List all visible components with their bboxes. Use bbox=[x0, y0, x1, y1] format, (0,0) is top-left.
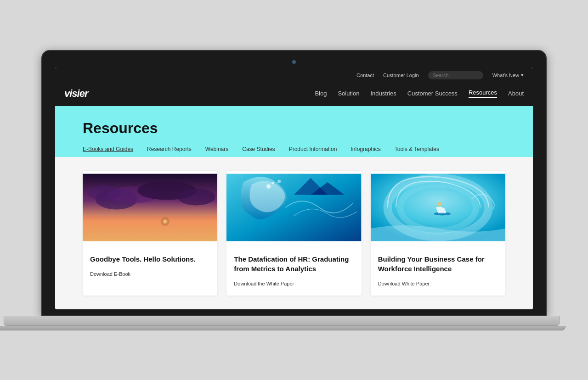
website: Contact Customer Login What's New ▾ visi… bbox=[55, 67, 533, 309]
card-2: The Datafication of HR: Graduating from … bbox=[226, 171, 361, 296]
card-3-title: Building Your Business Case for Workforc… bbox=[378, 254, 498, 274]
card-image-surfer bbox=[371, 171, 505, 244]
tab-case-studies[interactable]: Case Studies bbox=[242, 146, 275, 157]
card-image-wave bbox=[226, 171, 361, 244]
svg-point-16 bbox=[437, 202, 441, 206]
nav-blog[interactable]: Blog bbox=[315, 90, 327, 97]
resources-tabs: E-Books and Guides Research Reports Webi… bbox=[83, 146, 505, 157]
card-3-body: Building Your Business Case for Workforc… bbox=[371, 246, 505, 296]
svg-point-11 bbox=[277, 179, 281, 183]
top-bar: Contact Customer Login What's New ▾ bbox=[55, 67, 533, 83]
card-1: Goodbye Tools. Hello Solutions. Download… bbox=[83, 171, 217, 296]
customer-login-link[interactable]: Customer Login bbox=[383, 73, 419, 78]
whats-new-dropdown[interactable]: What's New ▾ bbox=[492, 72, 524, 78]
card-1-body: Goodbye Tools. Hello Solutions. Download… bbox=[83, 246, 217, 286]
card-2-link[interactable]: Download the White Paper bbox=[234, 281, 294, 286]
svg-point-10 bbox=[271, 182, 274, 184]
laptop-camera-icon bbox=[292, 60, 296, 64]
main-nav: Blog Solution Industries Customer Succes… bbox=[315, 89, 524, 98]
tab-infographics[interactable]: Infographics bbox=[351, 146, 380, 157]
card-1-link[interactable]: Download E-Book bbox=[90, 271, 130, 277]
content-area: Goodbye Tools. Hello Solutions. Download… bbox=[55, 157, 533, 309]
laptop-base bbox=[4, 316, 560, 326]
laptop-screen: Contact Customer Login What's New ▾ visi… bbox=[55, 67, 533, 309]
laptop-foot bbox=[0, 326, 565, 330]
card-2-body: The Datafication of HR: Graduating from … bbox=[226, 246, 361, 296]
svg-rect-7 bbox=[83, 216, 217, 241]
tab-tools[interactable]: Tools & Templates bbox=[395, 146, 439, 157]
nav-resources[interactable]: Resources bbox=[469, 89, 497, 98]
nav-bar: visier Blog Solution Industries Customer… bbox=[55, 83, 533, 106]
nav-customer-success[interactable]: Customer Success bbox=[407, 90, 458, 97]
card-3-link[interactable]: Download White Paper bbox=[378, 281, 430, 286]
laptop-screen-outer: Contact Customer Login What's New ▾ visi… bbox=[41, 50, 547, 316]
card-2-title: The Datafication of HR: Graduating from … bbox=[234, 254, 354, 274]
card-1-title: Goodbye Tools. Hello Solutions. bbox=[90, 254, 210, 264]
search-input[interactable] bbox=[428, 71, 483, 79]
nav-solution[interactable]: Solution bbox=[338, 90, 359, 97]
svg-point-6 bbox=[177, 188, 215, 205]
contact-link[interactable]: Contact bbox=[356, 73, 374, 78]
site-logo[interactable]: visier bbox=[64, 88, 88, 100]
nav-industries[interactable]: Industries bbox=[370, 90, 396, 97]
page-title: Resources bbox=[83, 120, 505, 137]
tab-webinars[interactable]: Webinars bbox=[205, 146, 228, 157]
cards-grid: Goodbye Tools. Hello Solutions. Download… bbox=[83, 171, 505, 296]
tab-product-info[interactable]: Product Information bbox=[289, 146, 337, 157]
svg-point-9 bbox=[266, 184, 271, 188]
svg-point-5 bbox=[87, 185, 120, 200]
card-3: Building Your Business Case for Workforc… bbox=[371, 171, 505, 296]
chevron-down-icon: ▾ bbox=[521, 72, 524, 78]
tab-ebooks[interactable]: E-Books and Guides bbox=[83, 146, 133, 157]
laptop-wrapper: Contact Customer Login What's New ▾ visi… bbox=[41, 50, 547, 330]
nav-about[interactable]: About bbox=[508, 90, 524, 97]
resources-hero: Resources E-Books and Guides Research Re… bbox=[55, 106, 533, 157]
card-image-sunset bbox=[83, 171, 217, 244]
tab-research[interactable]: Research Reports bbox=[147, 146, 192, 157]
